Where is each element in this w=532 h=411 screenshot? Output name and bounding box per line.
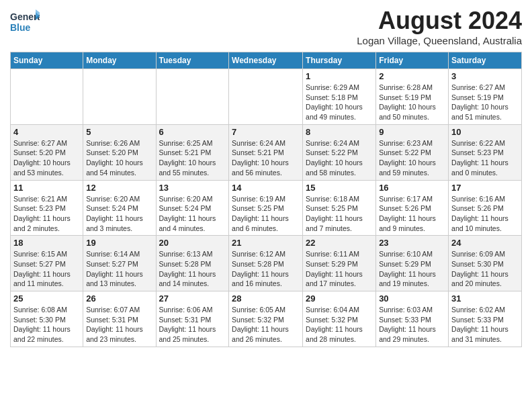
day-info: Sunrise: 6:10 AM Sunset: 5:29 PM Dayligh… [379, 249, 445, 289]
day-number: 9 [379, 127, 445, 137]
month-year-title: August 2024 [357, 7, 522, 35]
calendar-cell: 20Sunrise: 6:13 AM Sunset: 5:28 PM Dayli… [156, 236, 229, 291]
calendar-cell: 14Sunrise: 6:19 AM Sunset: 5:25 PM Dayli… [229, 180, 303, 236]
weekday-header-monday: Monday [83, 52, 156, 69]
day-number: 26 [86, 293, 152, 304]
day-number: 30 [379, 293, 445, 304]
week-row-3: 11Sunrise: 6:21 AM Sunset: 5:23 PM Dayli… [11, 180, 522, 236]
day-info: Sunrise: 6:12 AM Sunset: 5:28 PM Dayligh… [232, 249, 300, 289]
day-number: 29 [306, 293, 373, 304]
calendar-cell: 15Sunrise: 6:18 AM Sunset: 5:25 PM Dayli… [303, 180, 376, 236]
day-info: Sunrise: 6:23 AM Sunset: 5:22 PM Dayligh… [379, 138, 445, 178]
weekday-header-friday: Friday [376, 52, 449, 69]
day-number: 11 [13, 183, 80, 193]
calendar-cell: 6Sunrise: 6:25 AM Sunset: 5:21 PM Daylig… [156, 124, 229, 180]
day-info: Sunrise: 6:20 AM Sunset: 5:24 PM Dayligh… [159, 194, 226, 234]
calendar-cell: 2Sunrise: 6:28 AM Sunset: 5:19 PM Daylig… [376, 69, 449, 125]
day-info: Sunrise: 6:27 AM Sunset: 5:19 PM Dayligh… [451, 83, 519, 122]
calendar-cell: 12Sunrise: 6:20 AM Sunset: 5:24 PM Dayli… [83, 180, 156, 236]
day-number: 7 [232, 127, 300, 137]
weekday-header-tuesday: Tuesday [156, 52, 229, 69]
day-number: 21 [232, 238, 300, 248]
day-number: 6 [159, 127, 226, 137]
calendar-cell: 8Sunrise: 6:24 AM Sunset: 5:22 PM Daylig… [303, 124, 376, 180]
day-info: Sunrise: 6:28 AM Sunset: 5:19 PM Dayligh… [379, 83, 445, 122]
day-number: 4 [13, 127, 80, 137]
day-info: Sunrise: 6:19 AM Sunset: 5:25 PM Dayligh… [232, 194, 300, 234]
calendar-cell: 5Sunrise: 6:26 AM Sunset: 5:20 PM Daylig… [83, 124, 156, 180]
day-number: 15 [306, 183, 373, 193]
day-number: 13 [159, 183, 226, 193]
calendar-cell: 29Sunrise: 6:04 AM Sunset: 5:32 PM Dayli… [303, 291, 376, 347]
calendar-cell: 21Sunrise: 6:12 AM Sunset: 5:28 PM Dayli… [229, 236, 303, 291]
calendar-cell: 4Sunrise: 6:27 AM Sunset: 5:20 PM Daylig… [11, 124, 83, 180]
calendar-cell: 17Sunrise: 6:16 AM Sunset: 5:26 PM Dayli… [449, 180, 522, 236]
day-info: Sunrise: 6:27 AM Sunset: 5:20 PM Dayligh… [13, 138, 80, 178]
day-number: 3 [451, 71, 519, 81]
weekday-header-row: SundayMondayTuesdayWednesdayThursdayFrid… [11, 52, 522, 69]
calendar-cell: 27Sunrise: 6:06 AM Sunset: 5:31 PM Dayli… [156, 291, 229, 347]
day-info: Sunrise: 6:20 AM Sunset: 5:24 PM Dayligh… [86, 194, 152, 234]
calendar-cell: 9Sunrise: 6:23 AM Sunset: 5:22 PM Daylig… [376, 124, 449, 180]
calendar-cell: 11Sunrise: 6:21 AM Sunset: 5:23 PM Dayli… [11, 180, 83, 236]
calendar-cell: 7Sunrise: 6:24 AM Sunset: 5:21 PM Daylig… [229, 124, 303, 180]
calendar-cell: 19Sunrise: 6:14 AM Sunset: 5:27 PM Dayli… [83, 236, 156, 291]
day-number: 22 [306, 238, 373, 248]
day-number: 2 [379, 71, 445, 81]
title-area: August 2024 Logan Village, Queensland, A… [357, 7, 522, 46]
calendar-cell [229, 69, 303, 125]
day-number: 1 [306, 71, 373, 81]
calendar-cell [83, 69, 156, 125]
day-info: Sunrise: 6:05 AM Sunset: 5:32 PM Dayligh… [232, 305, 300, 345]
calendar-cell: 31Sunrise: 6:02 AM Sunset: 5:33 PM Dayli… [449, 291, 522, 347]
day-number: 12 [86, 183, 152, 193]
day-info: Sunrise: 6:29 AM Sunset: 5:18 PM Dayligh… [306, 83, 373, 122]
day-info: Sunrise: 6:09 AM Sunset: 5:30 PM Dayligh… [451, 249, 519, 289]
calendar-cell: 26Sunrise: 6:07 AM Sunset: 5:31 PM Dayli… [83, 291, 156, 347]
page-header: General Blue August 2024 Logan Village, … [10, 7, 522, 46]
day-number: 28 [232, 293, 300, 304]
day-info: Sunrise: 6:22 AM Sunset: 5:23 PM Dayligh… [451, 138, 519, 178]
calendar-cell [156, 69, 229, 125]
day-info: Sunrise: 6:26 AM Sunset: 5:20 PM Dayligh… [86, 138, 152, 178]
weekday-header-sunday: Sunday [11, 52, 83, 69]
day-info: Sunrise: 6:25 AM Sunset: 5:21 PM Dayligh… [159, 138, 226, 178]
day-info: Sunrise: 6:07 AM Sunset: 5:31 PM Dayligh… [86, 305, 152, 345]
day-number: 31 [451, 293, 519, 304]
day-number: 24 [451, 238, 519, 248]
calendar-cell: 3Sunrise: 6:27 AM Sunset: 5:19 PM Daylig… [449, 69, 522, 125]
day-info: Sunrise: 6:03 AM Sunset: 5:33 PM Dayligh… [379, 305, 445, 345]
day-info: Sunrise: 6:24 AM Sunset: 5:21 PM Dayligh… [232, 138, 300, 178]
logo-icon: General Blue [10, 7, 40, 36]
day-info: Sunrise: 6:15 AM Sunset: 5:27 PM Dayligh… [13, 249, 80, 289]
day-info: Sunrise: 6:04 AM Sunset: 5:32 PM Dayligh… [306, 305, 373, 345]
calendar-cell: 16Sunrise: 6:17 AM Sunset: 5:26 PM Dayli… [376, 180, 449, 236]
day-info: Sunrise: 6:24 AM Sunset: 5:22 PM Dayligh… [306, 138, 373, 178]
day-info: Sunrise: 6:02 AM Sunset: 5:33 PM Dayligh… [451, 305, 519, 345]
day-info: Sunrise: 6:16 AM Sunset: 5:26 PM Dayligh… [451, 194, 519, 234]
svg-text:General: General [10, 11, 40, 22]
day-info: Sunrise: 6:17 AM Sunset: 5:26 PM Dayligh… [379, 194, 445, 234]
weekday-header-saturday: Saturday [449, 52, 522, 69]
day-number: 20 [159, 238, 226, 248]
day-number: 5 [86, 127, 152, 137]
weekday-header-thursday: Thursday [303, 52, 376, 69]
day-number: 18 [13, 238, 80, 248]
calendar-cell: 25Sunrise: 6:08 AM Sunset: 5:30 PM Dayli… [11, 291, 83, 347]
calendar-cell: 18Sunrise: 6:15 AM Sunset: 5:27 PM Dayli… [11, 236, 83, 291]
day-number: 17 [451, 183, 519, 193]
weekday-header-wednesday: Wednesday [229, 52, 303, 69]
day-number: 16 [379, 183, 445, 193]
calendar-cell: 1Sunrise: 6:29 AM Sunset: 5:18 PM Daylig… [303, 69, 376, 125]
day-number: 14 [232, 183, 300, 193]
day-info: Sunrise: 6:08 AM Sunset: 5:30 PM Dayligh… [13, 305, 80, 345]
calendar-cell: 22Sunrise: 6:11 AM Sunset: 5:29 PM Dayli… [303, 236, 376, 291]
day-info: Sunrise: 6:14 AM Sunset: 5:27 PM Dayligh… [86, 249, 152, 289]
calendar-cell [11, 69, 83, 125]
calendar-cell: 10Sunrise: 6:22 AM Sunset: 5:23 PM Dayli… [449, 124, 522, 180]
day-number: 25 [13, 293, 80, 304]
day-info: Sunrise: 6:11 AM Sunset: 5:29 PM Dayligh… [306, 249, 373, 289]
calendar-cell: 23Sunrise: 6:10 AM Sunset: 5:29 PM Dayli… [376, 236, 449, 291]
day-number: 8 [306, 127, 373, 137]
calendar-cell: 13Sunrise: 6:20 AM Sunset: 5:24 PM Dayli… [156, 180, 229, 236]
